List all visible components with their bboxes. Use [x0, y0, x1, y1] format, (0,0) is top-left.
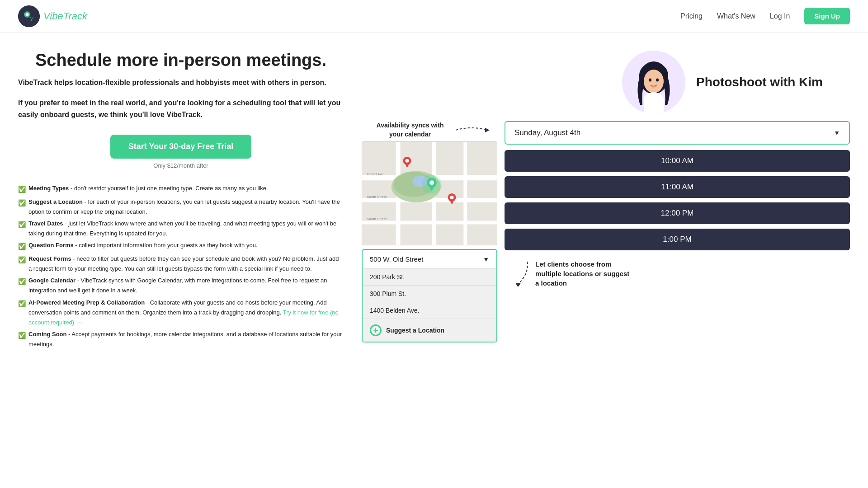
- time-slot-4[interactable]: 1:00 PM: [505, 229, 850, 250]
- nav-pricing[interactable]: Pricing: [680, 12, 703, 20]
- sync-arrow-icon: [453, 123, 490, 137]
- nav-whats-new[interactable]: What's New: [717, 12, 755, 20]
- signup-button[interactable]: Sign Up: [804, 8, 850, 24]
- time-slot-2[interactable]: 11:00 AM: [505, 176, 850, 198]
- avatar-svg: [624, 55, 683, 114]
- check-icon: ✅: [18, 241, 26, 252]
- date-label: Sunday, August 4th: [514, 128, 580, 137]
- avatar: [622, 51, 685, 114]
- left-column: Schedule more in-person meetings. VibeTr…: [18, 51, 344, 351]
- check-icon: ✅: [18, 198, 26, 217]
- svg-point-7: [649, 79, 651, 82]
- logo-icon: V: [18, 5, 40, 27]
- list-item: ✅ Request Forms - need to filter out gue…: [18, 254, 344, 274]
- date-dropdown-arrow-icon: ▼: [834, 129, 840, 136]
- list-item: ✅ Question Forms - collect important inf…: [18, 240, 344, 252]
- hero-title: Schedule more in-person meetings.: [18, 51, 344, 70]
- hero-body: If you prefer to meet in the real world,…: [18, 97, 344, 120]
- right-column: Photoshoot with Kim Availability syncs w…: [362, 51, 850, 351]
- feature-text: Coming Soon - Accept payments for bookin…: [28, 329, 344, 349]
- feature-text: Request Forms - need to filter out guest…: [28, 254, 344, 274]
- feature-text: Suggest a Location - for each of your in…: [28, 197, 344, 217]
- svg-point-25: [429, 180, 434, 185]
- feature-list: ✅ Meeting Types - don't restrict yoursel…: [18, 183, 344, 349]
- feature-text: Google Calendar - VibeTrack syncs with G…: [28, 276, 344, 296]
- cta-area: Start Your 30-day Free Trial Only $12/mo…: [18, 135, 344, 169]
- check-icon: ✅: [18, 277, 26, 296]
- time-slots-column: Sunday, August 4th ▼ 10:00 AM 11:00 AM 1…: [505, 121, 850, 288]
- sync-label: Availability syncs with your calendar: [369, 121, 451, 139]
- check-icon: ✅: [18, 255, 26, 274]
- check-icon: ✅: [18, 184, 26, 195]
- suggest-location-label: Suggest a Location: [386, 327, 444, 334]
- location-annotation-arrow-icon: [505, 259, 532, 286]
- date-selector[interactable]: Sunday, August 4th ▼: [505, 121, 850, 145]
- map-pin-selected: [422, 175, 442, 195]
- feature-text: AI-Powered Meeting Prep & Collaboration …: [28, 298, 344, 328]
- nav-login[interactable]: Log In: [770, 12, 790, 20]
- location-annotation: Let clients choose from multiple locatio…: [535, 259, 635, 288]
- feature-text: Question Forms - collect important infor…: [28, 240, 257, 252]
- list-item: ✅ Meeting Types - don't restrict yoursel…: [18, 183, 344, 195]
- list-item: ✅ AI-Powered Meeting Prep & Collaboratio…: [18, 298, 344, 328]
- check-icon: ✅: [18, 330, 26, 349]
- logo[interactable]: V VibeTrack: [18, 5, 87, 27]
- location-option-2[interactable]: 300 Plum St.: [363, 285, 496, 302]
- hero-subtitle: VibeTrack helps location-flexible profes…: [18, 77, 344, 88]
- location-header[interactable]: 500 W. Old Street ▼: [363, 250, 496, 268]
- main-content: Schedule more in-person meetings. VibeTr…: [0, 33, 868, 378]
- svg-text:Grand Ave.: Grand Ave.: [367, 173, 385, 177]
- nav-links: Pricing What's New Log In Sign Up: [680, 8, 850, 24]
- plus-icon: +: [370, 324, 382, 336]
- location-option-3[interactable]: 1400 Belden Ave.: [363, 302, 496, 319]
- meeting-title: Photoshoot with Kim: [696, 75, 823, 89]
- location-dropdown-arrow-icon: ▼: [483, 256, 489, 263]
- navbar: V VibeTrack Pricing What's New Log In Si…: [0, 0, 868, 33]
- location-selected: 500 W. Old Street: [370, 255, 423, 263]
- check-icon: ✅: [18, 299, 26, 328]
- check-icon: ✅: [18, 220, 26, 239]
- logo-wordmark: VibeTrack: [43, 10, 87, 22]
- map-svg: Grand Ave. South Street South Street: [362, 142, 497, 245]
- svg-point-8: [656, 79, 659, 82]
- svg-marker-33: [515, 283, 521, 286]
- svg-point-21: [405, 159, 409, 163]
- cta-subtext: Only $12/month after: [153, 162, 208, 169]
- svg-point-6: [644, 70, 664, 93]
- location-option-1[interactable]: 200 Park St.: [363, 268, 496, 285]
- svg-marker-9: [485, 128, 490, 132]
- trial-button[interactable]: Start Your 30-day Free Trial: [110, 135, 251, 159]
- list-item: ✅ Coming Soon - Accept payments for book…: [18, 329, 344, 349]
- time-slot-1[interactable]: 10:00 AM: [505, 150, 850, 172]
- ai-feature-link[interactable]: Try it now for free (no account required…: [28, 309, 339, 326]
- list-item: ✅ Travel Dates - just let VibeTrack know…: [18, 219, 344, 239]
- map-container: Grand Ave. South Street South Street: [362, 141, 497, 245]
- feature-text: Travel Dates - just let VibeTrack know w…: [28, 219, 344, 239]
- feature-text: Meeting Types - don't restrict yourself …: [28, 183, 268, 195]
- time-slot-3[interactable]: 12:00 PM: [505, 202, 850, 224]
- svg-point-2: [26, 13, 29, 16]
- list-item: ✅ Suggest a Location - for each of your …: [18, 197, 344, 217]
- list-item: ✅ Google Calendar - VibeTrack syncs with…: [18, 276, 344, 296]
- svg-point-28: [450, 196, 454, 199]
- location-dropdown[interactable]: 500 W. Old Street ▼ 200 Park St. 300 Plu…: [362, 249, 497, 343]
- svg-text:South Street: South Street: [367, 195, 387, 199]
- suggest-location-button[interactable]: + Suggest a Location: [363, 319, 496, 342]
- svg-text:South Street: South Street: [367, 217, 387, 221]
- logo-svg: V: [18, 5, 40, 27]
